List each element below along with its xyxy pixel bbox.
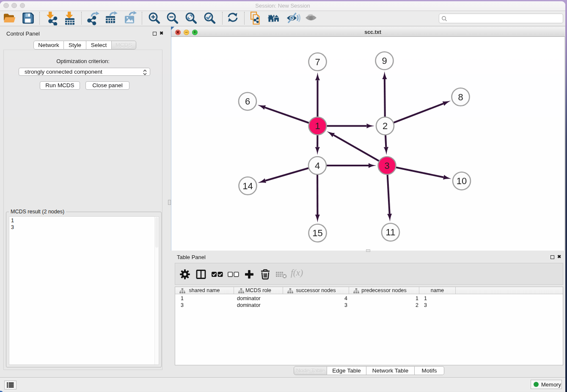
svg-text:8: 8	[458, 92, 463, 102]
svg-text:1: 1	[315, 121, 320, 131]
svg-text:6: 6	[245, 96, 250, 107]
svg-text:15: 15	[312, 228, 322, 238]
svg-text:3: 3	[384, 160, 389, 171]
svg-text:9: 9	[382, 55, 387, 66]
svg-text:7: 7	[315, 57, 320, 67]
svg-text:2: 2	[383, 121, 388, 131]
svg-text:4: 4	[315, 160, 320, 171]
svg-text:11: 11	[386, 227, 396, 237]
svg-text:10: 10	[457, 176, 467, 186]
svg-text:14: 14	[242, 181, 253, 191]
